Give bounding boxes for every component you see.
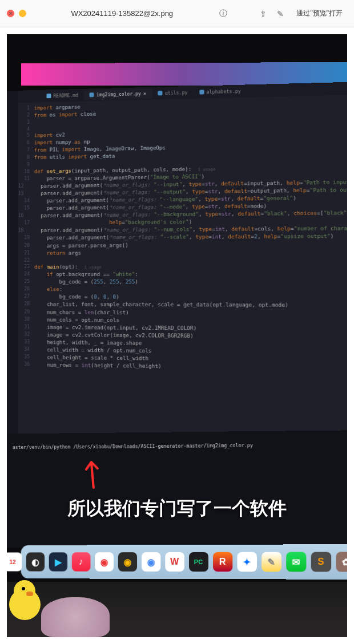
dock-app-music[interactable]: ♪ — [71, 552, 90, 571]
line-number: 18 — [18, 227, 29, 234]
rubber-duck-icon — [9, 580, 43, 620]
code-content: num_cols = opt.num_cols — [34, 316, 119, 324]
ide-window: README.mdimg2img_color.py ×utils.pyalpha… — [18, 82, 354, 446]
code-content: bg_code = (0, 0, 0) — [34, 294, 119, 302]
line-number: 10 — [18, 168, 34, 176]
traffic-lights: ✕ — [7, 10, 26, 17]
line-number: 7 — [18, 147, 34, 155]
line-number: 2 — [18, 112, 34, 119]
dock-app-notes[interactable]: ✎ — [262, 552, 281, 572]
line-number: 14 — [18, 198, 34, 205]
editor-tab[interactable]: alphabets.py — [194, 86, 247, 97]
code-content: if opt.background == "white": — [34, 271, 138, 278]
markdown-file-icon — [46, 94, 51, 98]
line-number: 34 — [18, 346, 34, 353]
line-number: 25 — [18, 278, 34, 286]
python-file-icon — [90, 92, 94, 97]
desktop-wallpaper-strip — [21, 62, 350, 86]
line-number: 27 — [18, 293, 34, 301]
line-number: 31 — [18, 323, 34, 331]
macos-dock: ☺12◐▶♪◉◉◉WPCR✦✎✉S✿>_A — [21, 544, 354, 580]
code-line[interactable]: 23def main(opt): 1 usage — [18, 263, 354, 271]
line-number: 3 — [18, 119, 34, 126]
editor-tab[interactable]: utils.py — [152, 87, 194, 98]
terminal-command: aster/venv/bin/python /Users/xiaobu/Down… — [13, 443, 253, 451]
dock-app-app2[interactable]: ✿ — [336, 552, 354, 572]
dock-app-rustrover[interactable]: R — [213, 552, 232, 572]
tab-label: README.md — [53, 92, 78, 98]
line-number: 5 — [18, 132, 34, 140]
close-icon[interactable]: ✕ — [7, 10, 14, 17]
code-content: parser.add_argument(*name_or_flags: "--s… — [34, 233, 334, 242]
dock-app-browser[interactable]: ◉ — [95, 552, 114, 572]
python-file-icon — [199, 90, 204, 94]
code-content: def main(opt): 1 usage — [34, 264, 102, 271]
line-number: 11 — [18, 176, 34, 183]
line-number: 17 — [18, 220, 34, 227]
line-number: 1 — [18, 104, 34, 112]
code-content: from utils import get_data — [34, 153, 115, 161]
editor-tab[interactable]: README.md — [41, 90, 84, 101]
line-number: 36 — [18, 361, 34, 369]
dock-app-davinci[interactable]: ◐ — [26, 552, 44, 571]
code-content: num_rows = int(height / cell_height) — [34, 361, 162, 370]
code-editor[interactable]: 1import argparse2from os import close345… — [18, 95, 354, 375]
info-icon[interactable]: ⓘ — [218, 8, 229, 19]
red-arrow-annotation — [79, 455, 106, 496]
line-number: 23 — [18, 264, 34, 271]
code-content: from os import close — [34, 111, 96, 119]
python-file-icon — [158, 91, 162, 95]
line-number: 30 — [18, 316, 34, 323]
code-content: bg_code = (255, 255, 255) — [34, 278, 138, 286]
line-number: 6 — [18, 140, 34, 147]
dock-app-pycharm[interactable]: PC — [188, 552, 208, 572]
dock-app-safari[interactable]: ✦ — [237, 552, 257, 572]
line-number: 8 — [18, 154, 34, 161]
dock-app-calendar[interactable]: 12 — [3, 552, 22, 571]
dock-app-wps[interactable]: W — [165, 552, 184, 572]
code-content: else: — [34, 286, 62, 293]
titlebar: ✕ WX20241119-135822@2x.png ⓘ ⇪ ✎ 通过"预览"打… — [0, 0, 354, 27]
share-icon[interactable]: ⇪ — [258, 8, 269, 19]
open-with-button[interactable]: 通过"预览"打开 — [292, 7, 347, 19]
line-number: 15 — [18, 205, 34, 212]
line-number: 4 — [18, 125, 34, 132]
tab-label: img2img_color.py — [96, 91, 141, 98]
line-number: 21 — [18, 249, 34, 257]
line-number: 26 — [18, 286, 34, 293]
window-title: WX20241119-135822@2x.png — [32, 9, 212, 18]
dock-app-wechat[interactable]: ✉ — [286, 552, 306, 572]
line-number: 32 — [18, 331, 34, 338]
code-content: return args — [34, 249, 81, 257]
code-content: num_chars = len(char_list) — [34, 309, 129, 317]
code-content: args = parser.parse_args() — [34, 242, 128, 250]
code-line[interactable]: 26 else: — [18, 286, 354, 294]
dock-app-canary[interactable]: ◉ — [118, 552, 136, 572]
line-number: 22 — [18, 257, 34, 264]
line-number: 20 — [18, 242, 34, 249]
desk-surface — [7, 582, 347, 637]
line-number: 12 — [18, 183, 29, 191]
dock-app-sublime[interactable]: S — [311, 552, 331, 572]
dock-app-chrome[interactable]: ◉ — [141, 552, 160, 572]
line-number: 28 — [18, 301, 34, 309]
edit-icon[interactable]: ✎ — [275, 8, 286, 19]
tab-label: utils.py — [165, 90, 188, 96]
line-number: 13 — [18, 191, 29, 198]
line-number: 24 — [18, 271, 34, 278]
minimize-icon[interactable] — [19, 10, 26, 17]
line-number: 33 — [18, 338, 34, 346]
terminal-panel[interactable]: aster/venv/bin/python /Users/xiaobu/Down… — [7, 430, 354, 550]
video-subtitle: 所以我们专门写了一个软件 — [7, 496, 347, 521]
editor-tab[interactable]: img2img_color.py × — [84, 88, 152, 100]
crystal-decoration — [41, 597, 110, 637]
close-tab-icon[interactable]: × — [143, 91, 146, 96]
line-number: 35 — [18, 354, 34, 362]
dock-app-player[interactable]: ▶ — [49, 552, 67, 571]
code-line[interactable]: 25 bg_code = (255, 255, 255) — [18, 278, 354, 286]
code-content: import cv2 — [34, 132, 65, 140]
line-number: 19 — [18, 234, 34, 242]
line-number: 9 — [18, 161, 34, 168]
tab-label: alphabets.py — [206, 88, 240, 95]
code-line[interactable]: 24 if opt.background == "white": — [18, 270, 354, 278]
